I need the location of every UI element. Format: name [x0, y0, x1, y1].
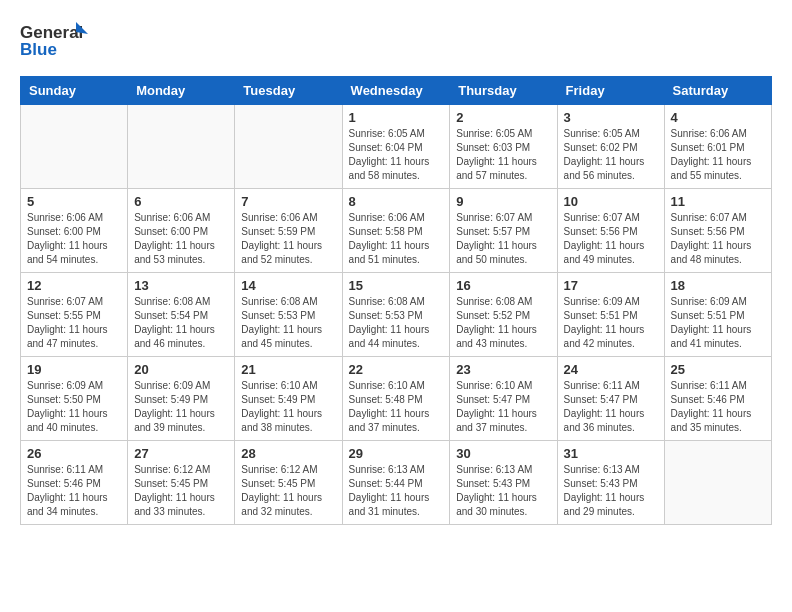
day-cell: 29Sunrise: 6:13 AM Sunset: 5:44 PM Dayli… [342, 441, 450, 525]
day-number: 5 [27, 194, 121, 209]
day-number: 12 [27, 278, 121, 293]
day-number: 10 [564, 194, 658, 209]
day-info: Sunrise: 6:05 AM Sunset: 6:04 PM Dayligh… [349, 127, 444, 183]
day-info: Sunrise: 6:08 AM Sunset: 5:54 PM Dayligh… [134, 295, 228, 351]
page-header: GeneralBlue [20, 20, 772, 60]
day-info: Sunrise: 6:09 AM Sunset: 5:49 PM Dayligh… [134, 379, 228, 435]
day-number: 31 [564, 446, 658, 461]
day-number: 22 [349, 362, 444, 377]
day-cell: 24Sunrise: 6:11 AM Sunset: 5:47 PM Dayli… [557, 357, 664, 441]
day-number: 7 [241, 194, 335, 209]
day-cell [128, 105, 235, 189]
day-cell: 18Sunrise: 6:09 AM Sunset: 5:51 PM Dayli… [664, 273, 771, 357]
day-number: 11 [671, 194, 765, 209]
weekday-header-row: SundayMondayTuesdayWednesdayThursdayFrid… [21, 77, 772, 105]
day-info: Sunrise: 6:09 AM Sunset: 5:50 PM Dayligh… [27, 379, 121, 435]
day-info: Sunrise: 6:11 AM Sunset: 5:47 PM Dayligh… [564, 379, 658, 435]
weekday-header-thursday: Thursday [450, 77, 557, 105]
day-cell: 15Sunrise: 6:08 AM Sunset: 5:53 PM Dayli… [342, 273, 450, 357]
day-number: 13 [134, 278, 228, 293]
day-cell: 1Sunrise: 6:05 AM Sunset: 6:04 PM Daylig… [342, 105, 450, 189]
day-number: 25 [671, 362, 765, 377]
day-info: Sunrise: 6:09 AM Sunset: 5:51 PM Dayligh… [564, 295, 658, 351]
day-cell [235, 105, 342, 189]
svg-text:Blue: Blue [20, 40, 57, 59]
weekday-header-saturday: Saturday [664, 77, 771, 105]
day-info: Sunrise: 6:13 AM Sunset: 5:44 PM Dayligh… [349, 463, 444, 519]
day-cell: 27Sunrise: 6:12 AM Sunset: 5:45 PM Dayli… [128, 441, 235, 525]
week-row-1: 1Sunrise: 6:05 AM Sunset: 6:04 PM Daylig… [21, 105, 772, 189]
day-info: Sunrise: 6:11 AM Sunset: 5:46 PM Dayligh… [27, 463, 121, 519]
weekday-header-tuesday: Tuesday [235, 77, 342, 105]
day-cell: 28Sunrise: 6:12 AM Sunset: 5:45 PM Dayli… [235, 441, 342, 525]
week-row-5: 26Sunrise: 6:11 AM Sunset: 5:46 PM Dayli… [21, 441, 772, 525]
day-cell: 19Sunrise: 6:09 AM Sunset: 5:50 PM Dayli… [21, 357, 128, 441]
day-info: Sunrise: 6:07 AM Sunset: 5:57 PM Dayligh… [456, 211, 550, 267]
week-row-4: 19Sunrise: 6:09 AM Sunset: 5:50 PM Dayli… [21, 357, 772, 441]
day-number: 14 [241, 278, 335, 293]
day-cell: 4Sunrise: 6:06 AM Sunset: 6:01 PM Daylig… [664, 105, 771, 189]
day-number: 17 [564, 278, 658, 293]
week-row-3: 12Sunrise: 6:07 AM Sunset: 5:55 PM Dayli… [21, 273, 772, 357]
day-number: 16 [456, 278, 550, 293]
day-cell: 23Sunrise: 6:10 AM Sunset: 5:47 PM Dayli… [450, 357, 557, 441]
logo: GeneralBlue [20, 20, 90, 60]
weekday-header-sunday: Sunday [21, 77, 128, 105]
day-info: Sunrise: 6:11 AM Sunset: 5:46 PM Dayligh… [671, 379, 765, 435]
day-info: Sunrise: 6:06 AM Sunset: 6:01 PM Dayligh… [671, 127, 765, 183]
day-info: Sunrise: 6:06 AM Sunset: 6:00 PM Dayligh… [27, 211, 121, 267]
day-cell: 31Sunrise: 6:13 AM Sunset: 5:43 PM Dayli… [557, 441, 664, 525]
weekday-header-friday: Friday [557, 77, 664, 105]
day-cell: 10Sunrise: 6:07 AM Sunset: 5:56 PM Dayli… [557, 189, 664, 273]
day-info: Sunrise: 6:13 AM Sunset: 5:43 PM Dayligh… [456, 463, 550, 519]
day-cell: 17Sunrise: 6:09 AM Sunset: 5:51 PM Dayli… [557, 273, 664, 357]
day-cell: 6Sunrise: 6:06 AM Sunset: 6:00 PM Daylig… [128, 189, 235, 273]
day-info: Sunrise: 6:10 AM Sunset: 5:48 PM Dayligh… [349, 379, 444, 435]
day-cell: 16Sunrise: 6:08 AM Sunset: 5:52 PM Dayli… [450, 273, 557, 357]
day-info: Sunrise: 6:06 AM Sunset: 5:59 PM Dayligh… [241, 211, 335, 267]
day-cell: 25Sunrise: 6:11 AM Sunset: 5:46 PM Dayli… [664, 357, 771, 441]
day-number: 26 [27, 446, 121, 461]
day-number: 19 [27, 362, 121, 377]
day-cell: 26Sunrise: 6:11 AM Sunset: 5:46 PM Dayli… [21, 441, 128, 525]
day-cell [664, 441, 771, 525]
day-number: 23 [456, 362, 550, 377]
day-cell: 2Sunrise: 6:05 AM Sunset: 6:03 PM Daylig… [450, 105, 557, 189]
day-info: Sunrise: 6:12 AM Sunset: 5:45 PM Dayligh… [134, 463, 228, 519]
day-cell: 5Sunrise: 6:06 AM Sunset: 6:00 PM Daylig… [21, 189, 128, 273]
logo-svg: GeneralBlue [20, 20, 90, 60]
weekday-header-monday: Monday [128, 77, 235, 105]
day-cell: 12Sunrise: 6:07 AM Sunset: 5:55 PM Dayli… [21, 273, 128, 357]
day-number: 8 [349, 194, 444, 209]
day-info: Sunrise: 6:05 AM Sunset: 6:02 PM Dayligh… [564, 127, 658, 183]
day-info: Sunrise: 6:05 AM Sunset: 6:03 PM Dayligh… [456, 127, 550, 183]
day-info: Sunrise: 6:06 AM Sunset: 5:58 PM Dayligh… [349, 211, 444, 267]
weekday-header-wednesday: Wednesday [342, 77, 450, 105]
day-cell: 21Sunrise: 6:10 AM Sunset: 5:49 PM Dayli… [235, 357, 342, 441]
day-info: Sunrise: 6:08 AM Sunset: 5:52 PM Dayligh… [456, 295, 550, 351]
day-info: Sunrise: 6:07 AM Sunset: 5:56 PM Dayligh… [564, 211, 658, 267]
day-number: 18 [671, 278, 765, 293]
day-info: Sunrise: 6:12 AM Sunset: 5:45 PM Dayligh… [241, 463, 335, 519]
day-info: Sunrise: 6:08 AM Sunset: 5:53 PM Dayligh… [349, 295, 444, 351]
day-cell: 3Sunrise: 6:05 AM Sunset: 6:02 PM Daylig… [557, 105, 664, 189]
day-cell [21, 105, 128, 189]
day-cell: 22Sunrise: 6:10 AM Sunset: 5:48 PM Dayli… [342, 357, 450, 441]
day-cell: 9Sunrise: 6:07 AM Sunset: 5:57 PM Daylig… [450, 189, 557, 273]
day-number: 4 [671, 110, 765, 125]
day-number: 15 [349, 278, 444, 293]
day-cell: 11Sunrise: 6:07 AM Sunset: 5:56 PM Dayli… [664, 189, 771, 273]
day-cell: 13Sunrise: 6:08 AM Sunset: 5:54 PM Dayli… [128, 273, 235, 357]
day-cell: 8Sunrise: 6:06 AM Sunset: 5:58 PM Daylig… [342, 189, 450, 273]
day-info: Sunrise: 6:10 AM Sunset: 5:47 PM Dayligh… [456, 379, 550, 435]
day-number: 3 [564, 110, 658, 125]
day-info: Sunrise: 6:09 AM Sunset: 5:51 PM Dayligh… [671, 295, 765, 351]
day-number: 9 [456, 194, 550, 209]
calendar-table: SundayMondayTuesdayWednesdayThursdayFrid… [20, 76, 772, 525]
day-info: Sunrise: 6:13 AM Sunset: 5:43 PM Dayligh… [564, 463, 658, 519]
day-info: Sunrise: 6:07 AM Sunset: 5:56 PM Dayligh… [671, 211, 765, 267]
day-info: Sunrise: 6:07 AM Sunset: 5:55 PM Dayligh… [27, 295, 121, 351]
day-number: 29 [349, 446, 444, 461]
day-cell: 14Sunrise: 6:08 AM Sunset: 5:53 PM Dayli… [235, 273, 342, 357]
day-cell: 7Sunrise: 6:06 AM Sunset: 5:59 PM Daylig… [235, 189, 342, 273]
